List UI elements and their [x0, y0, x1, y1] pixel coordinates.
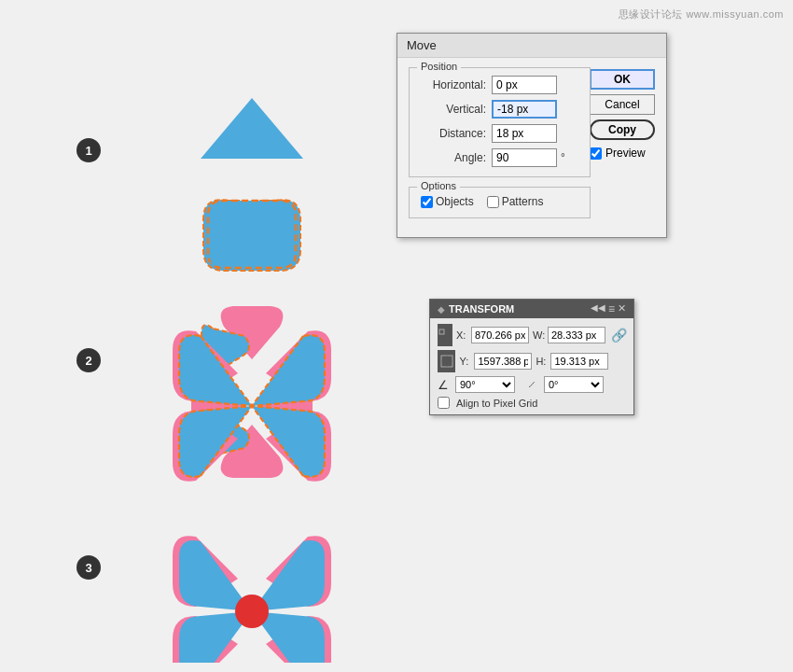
step3-cross: [173, 536, 331, 663]
svg-rect-4: [446, 329, 451, 334]
options-label: Options: [417, 180, 460, 191]
transform-panel: ◆ TRANSFORM ◀◀ ≡ ✕ X:: [429, 299, 634, 415]
horizontal-label: Horizontal:: [421, 78, 486, 91]
patterns-checkbox[interactable]: [487, 196, 499, 208]
objects-option[interactable]: Objects: [421, 195, 474, 208]
pixel-grid-checkbox[interactable]: [438, 397, 450, 409]
step1-circle: 1: [77, 138, 101, 162]
transform-h-group: H:: [536, 353, 608, 370]
copy-button[interactable]: Copy: [590, 119, 655, 140]
distance-input[interactable]: [492, 124, 557, 143]
position-group: Position Horizontal: Vertical: Distance:…: [409, 67, 591, 177]
x-input[interactable]: [471, 327, 529, 343]
move-dialog-title: Move: [397, 34, 666, 58]
cancel-button[interactable]: Cancel: [590, 94, 655, 115]
horizontal-row: Horizontal:: [421, 76, 578, 94]
vertical-input[interactable]: [492, 100, 557, 119]
transform-title-icons: ◀◀ ≡ ✕: [591, 302, 626, 315]
angle-row: Angle: °: [421, 148, 578, 167]
angle-label: Angle:: [421, 151, 486, 164]
transform-arrow: ◆: [438, 304, 445, 315]
move-dialog: Move OK Cancel Copy Preview Position Hor…: [396, 33, 667, 238]
size-icon-svg: [439, 354, 454, 369]
y-input[interactable]: [474, 353, 532, 370]
angle-input[interactable]: [492, 148, 557, 167]
transform-yh-pair: Y: H:: [459, 353, 608, 370]
transform-row-xw: X: W: 🔗: [438, 324, 626, 346]
w-label: W:: [533, 329, 546, 341]
svg-rect-6: [446, 336, 451, 341]
preview-checkbox[interactable]: [590, 147, 602, 160]
options-group: Options Objects Patterns: [409, 187, 591, 218]
shapes-area: [103, 47, 401, 663]
angle-unit: °: [561, 151, 565, 164]
preview-row: Preview: [590, 147, 655, 160]
w-input[interactable]: [548, 327, 605, 343]
transform-size-icon: [438, 350, 455, 372]
h-label: H:: [536, 356, 549, 367]
position-icon-svg: [438, 328, 452, 343]
link-icon[interactable]: 🔗: [611, 328, 626, 343]
transform-xw-pair: X: W:: [456, 327, 605, 343]
step3-circle: 3: [77, 555, 101, 580]
step3-red-circle: [235, 595, 269, 628]
ok-button[interactable]: OK: [590, 69, 655, 90]
transform-body: X: W: 🔗 Y:: [430, 318, 633, 414]
transform-title-left: ◆ TRANSFORM: [438, 303, 514, 315]
svg-rect-3: [439, 329, 444, 334]
preview-label: Preview: [605, 147, 646, 160]
illustration-svg: [103, 47, 401, 663]
y-label: Y:: [459, 356, 472, 367]
angle-select[interactable]: 90°: [455, 376, 515, 393]
pixel-grid-row: Align to Pixel Grid: [438, 397, 626, 409]
transform-title: TRANSFORM: [449, 303, 514, 315]
patterns-label: Patterns: [502, 195, 544, 208]
distance-row: Distance:: [421, 124, 578, 143]
vertical-label: Vertical:: [421, 103, 486, 116]
x-label: X:: [456, 329, 469, 341]
transform-close-icon[interactable]: ✕: [618, 302, 626, 315]
pixel-grid-label: Align to Pixel Grid: [456, 398, 537, 409]
shear-icon: ⟋: [526, 378, 537, 391]
objects-checkbox[interactable]: [421, 196, 433, 208]
horizontal-input[interactable]: [492, 76, 557, 94]
h-input[interactable]: [550, 353, 608, 370]
patterns-option[interactable]: Patterns: [487, 195, 544, 208]
angle-icon: ∠: [438, 378, 449, 392]
transform-collapse-icon[interactable]: ◀◀: [591, 302, 605, 315]
transform-y-group: Y:: [459, 353, 532, 370]
transform-menu-icon[interactable]: ≡: [608, 302, 615, 315]
vertical-row: Vertical:: [421, 100, 578, 119]
transform-position-icon: [438, 324, 452, 346]
transform-row-yh: Y: H:: [438, 350, 626, 372]
position-label: Position: [417, 61, 461, 72]
svg-rect-5: [439, 336, 444, 341]
objects-label: Objects: [436, 195, 474, 208]
transform-x-group: X:: [456, 327, 529, 343]
dialog-buttons: OK Cancel Copy Preview: [590, 69, 655, 160]
step1-group: [203, 103, 300, 268]
transform-w-group: W:: [533, 327, 605, 343]
watermark: 思缘设计论坛 www.missyuan.com: [619, 7, 784, 21]
options-checkboxes: Objects Patterns: [421, 195, 578, 208]
shear-select[interactable]: 0°: [544, 376, 604, 393]
distance-label: Distance:: [421, 127, 486, 140]
svg-marker-0: [203, 103, 300, 157]
transform-row-angle: ∠ 90° ⟋ 0°: [438, 376, 626, 393]
transform-titlebar: ◆ TRANSFORM ◀◀ ≡ ✕: [430, 300, 633, 318]
step2-circle: 2: [77, 348, 101, 372]
